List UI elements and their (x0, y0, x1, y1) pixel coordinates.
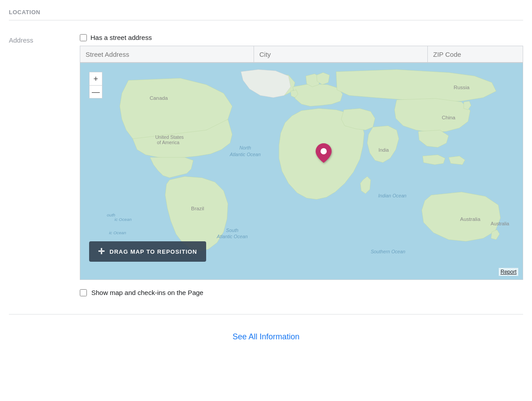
page-container: LOCATION Address Has a street address (0, 0, 532, 355)
show-map-checkbox[interactable] (80, 289, 87, 296)
drag-icon: ✛ (98, 247, 105, 256)
svg-text:Canada: Canada (149, 95, 168, 101)
svg-text:ic Ocean: ic Ocean (114, 217, 131, 222)
zoom-out-button[interactable]: — (89, 85, 102, 98)
svg-text:China: China (442, 114, 456, 120)
see-all-link[interactable]: See All Information (232, 332, 299, 341)
svg-text:Brazil: Brazil (191, 205, 204, 211)
zip-code-input[interactable] (427, 46, 523, 63)
zoom-in-button[interactable]: + (89, 72, 102, 85)
svg-text:Indian Ocean: Indian Ocean (378, 193, 407, 198)
show-map-label: Show map and check-ins on the Page (91, 289, 203, 296)
svg-text:South: South (226, 228, 239, 233)
city-input[interactable] (254, 46, 427, 63)
svg-point-19 (321, 148, 327, 154)
has-street-address-checkbox[interactable] (80, 34, 87, 41)
map-pin (316, 143, 332, 165)
svg-text:Atlantic Ocean: Atlantic Ocean (229, 152, 261, 157)
svg-text:Southern Ocean: Southern Ocean (371, 249, 405, 254)
svg-text:Australia: Australia (460, 216, 481, 222)
svg-text:United States: United States (155, 134, 184, 140)
svg-text:ic Ocean: ic Ocean (109, 230, 126, 235)
has-street-address-label: Has a street address (90, 34, 152, 41)
address-inputs-group (80, 46, 523, 63)
address-label: Address (9, 34, 80, 44)
svg-text:India: India (379, 147, 389, 153)
report-link[interactable]: Report (499, 268, 518, 276)
svg-text:outh: outh (107, 212, 115, 217)
svg-text:Australia: Australia (491, 221, 509, 226)
bottom-divider (9, 314, 523, 315)
show-map-row: Show map and check-ins on the Page (80, 284, 523, 301)
svg-text:of America: of America (157, 140, 180, 145)
street-address-input[interactable] (80, 46, 254, 63)
zoom-controls: + — (89, 72, 102, 98)
has-street-address-row: Has a street address (80, 34, 523, 41)
map-container[interactable]: Canada United States of America Brazil R… (80, 63, 523, 280)
section-divider (9, 20, 523, 20)
svg-text:Russia: Russia (454, 84, 469, 90)
address-content: Has a street address (80, 34, 523, 301)
location-row: Address Has a street address (9, 29, 523, 305)
drag-map-button[interactable]: ✛ DRAG MAP TO REPOSITION (89, 241, 206, 262)
section-title: LOCATION (9, 9, 523, 16)
drag-map-label: DRAG MAP TO REPOSITION (110, 248, 197, 255)
svg-text:Atlantic Ocean: Atlantic Ocean (216, 234, 248, 239)
see-all-section: See All Information (9, 323, 523, 355)
svg-text:North: North (239, 145, 251, 150)
